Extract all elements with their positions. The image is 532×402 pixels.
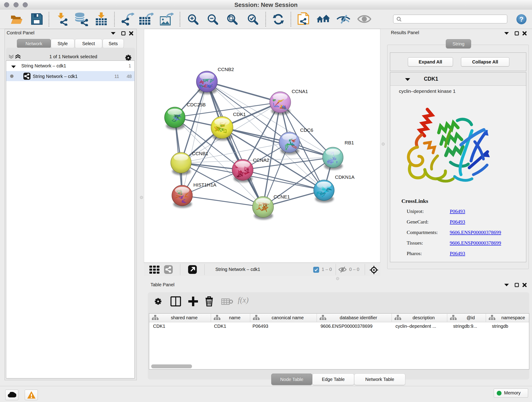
svg-text:CDC6: CDC6 bbox=[300, 128, 313, 133]
svg-text:CDKN1A: CDKN1A bbox=[335, 174, 355, 180]
svg-text:CDC25B: CDC25B bbox=[187, 102, 206, 107]
svg-text:CCNA1: CCNA1 bbox=[292, 89, 308, 94]
svg-text:CCNE1: CCNE1 bbox=[273, 194, 290, 199]
svg-text:RB1: RB1 bbox=[345, 140, 354, 145]
svg-text:HIST1H1A: HIST1H1A bbox=[193, 182, 216, 187]
svg-text:CCNB2: CCNB2 bbox=[218, 67, 234, 72]
svg-text:CCNA2: CCNA2 bbox=[253, 157, 269, 163]
svg-text:CCNB1: CCNB1 bbox=[192, 151, 208, 156]
svg-text:CDK1: CDK1 bbox=[233, 112, 246, 117]
